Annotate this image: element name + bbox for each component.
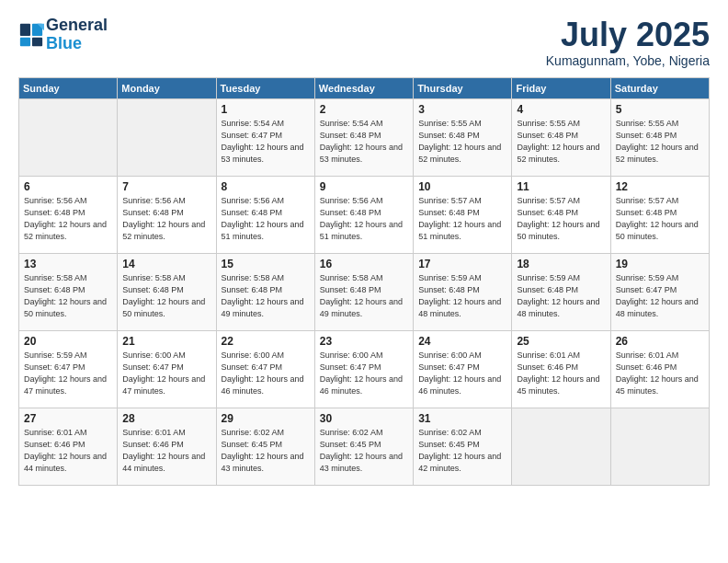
day-info: Sunrise: 6:00 AMSunset: 6:47 PMDaylight:… [320,350,408,397]
calendar-cell: 16 Sunrise: 5:58 AMSunset: 6:48 PMDaylig… [314,253,413,330]
calendar-cell: 31 Sunrise: 6:02 AMSunset: 6:45 PMDaylig… [414,408,512,485]
calendar-cell: 14 Sunrise: 5:58 AMSunset: 6:48 PMDaylig… [118,253,216,330]
day-number: 26 [616,335,704,348]
week-row-4: 20 Sunrise: 5:59 AMSunset: 6:47 PMDaylig… [19,330,710,408]
logo-blue: Blue [46,35,108,53]
day-number: 14 [122,258,210,270]
day-number: 24 [418,335,506,348]
day-info: Sunrise: 6:02 AMSunset: 6:45 PMDaylight:… [320,427,408,475]
calendar-cell: 27 Sunrise: 6:01 AMSunset: 6:46 PMDaylig… [19,408,118,485]
svg-rect-2 [20,38,30,46]
calendar-cell: 15 Sunrise: 5:58 AMSunset: 6:48 PMDaylig… [216,253,314,330]
week-row-3: 13 Sunrise: 5:58 AMSunset: 6:48 PMDaylig… [19,253,710,330]
day-number: 13 [24,258,112,270]
week-row-2: 6 Sunrise: 5:56 AMSunset: 6:48 PMDayligh… [19,176,710,253]
calendar-cell: 11 Sunrise: 5:57 AMSunset: 6:48 PMDaylig… [512,176,610,253]
calendar-cell: 17 Sunrise: 5:59 AMSunset: 6:48 PMDaylig… [414,253,512,330]
day-number: 6 [24,180,112,193]
day-info: Sunrise: 5:58 AMSunset: 6:48 PMDaylight:… [122,272,210,320]
day-info: Sunrise: 6:02 AMSunset: 6:45 PMDaylight:… [222,427,310,475]
title-block: July 2025 Kumagunnam, Yobe, Nigeria [546,17,710,68]
logo-icon [18,22,44,48]
calendar-cell: 10 Sunrise: 5:57 AMSunset: 6:48 PMDaylig… [414,176,512,253]
location-subtitle: Kumagunnam, Yobe, Nigeria [546,53,710,68]
day-info: Sunrise: 6:02 AMSunset: 6:45 PMDaylight:… [418,427,506,475]
calendar-cell: 2 Sunrise: 5:54 AMSunset: 6:48 PMDayligh… [314,98,413,176]
calendar-cell: 7 Sunrise: 5:56 AMSunset: 6:48 PMDayligh… [118,176,216,253]
header: General Blue July 2025 Kumagunnam, Yobe,… [18,17,710,68]
calendar-cell [118,98,216,176]
calendar-cell: 21 Sunrise: 6:00 AMSunset: 6:47 PMDaylig… [118,330,216,408]
weekday-header-row: SundayMondayTuesdayWednesdayThursdayFrid… [19,77,710,98]
day-info: Sunrise: 5:55 AMSunset: 6:48 PMDaylight:… [517,118,605,166]
week-row-1: 1 Sunrise: 5:54 AMSunset: 6:47 PMDayligh… [19,98,710,176]
day-number: 10 [418,180,506,193]
month-title: July 2025 [546,17,710,53]
day-number: 30 [320,412,408,425]
day-info: Sunrise: 5:59 AMSunset: 6:48 PMDaylight:… [418,272,506,320]
day-info: Sunrise: 5:59 AMSunset: 6:47 PMDaylight:… [616,272,704,320]
day-number: 18 [517,258,605,270]
svg-rect-0 [20,24,30,36]
calendar-cell: 5 Sunrise: 5:55 AMSunset: 6:48 PMDayligh… [610,98,709,176]
day-info: Sunrise: 6:01 AMSunset: 6:46 PMDaylight:… [122,427,210,475]
calendar-cell: 23 Sunrise: 6:00 AMSunset: 6:47 PMDaylig… [314,330,413,408]
calendar-cell: 24 Sunrise: 6:00 AMSunset: 6:47 PMDaylig… [414,330,512,408]
day-info: Sunrise: 5:57 AMSunset: 6:48 PMDaylight:… [517,195,605,243]
calendar-cell [512,408,610,485]
day-number: 1 [222,103,310,116]
day-number: 2 [320,103,408,116]
day-info: Sunrise: 5:59 AMSunset: 6:48 PMDaylight:… [517,272,605,320]
weekday-saturday: Saturday [610,77,709,98]
day-info: Sunrise: 6:01 AMSunset: 6:46 PMDaylight:… [517,350,605,397]
calendar-cell: 25 Sunrise: 6:01 AMSunset: 6:46 PMDaylig… [512,330,610,408]
logo-general: General [46,17,108,35]
calendar-cell [19,98,118,176]
day-number: 8 [222,180,310,193]
day-number: 25 [517,335,605,348]
day-info: Sunrise: 6:00 AMSunset: 6:47 PMDaylight:… [122,350,210,397]
day-info: Sunrise: 5:54 AMSunset: 6:47 PMDaylight:… [222,118,310,166]
calendar-cell: 12 Sunrise: 5:57 AMSunset: 6:48 PMDaylig… [610,176,709,253]
day-info: Sunrise: 5:56 AMSunset: 6:48 PMDaylight:… [122,195,210,243]
day-info: Sunrise: 5:57 AMSunset: 6:48 PMDaylight:… [418,195,506,243]
day-number: 23 [320,335,408,348]
calendar-cell: 30 Sunrise: 6:02 AMSunset: 6:45 PMDaylig… [314,408,413,485]
day-number: 3 [418,103,506,116]
day-number: 7 [122,180,210,193]
day-info: Sunrise: 6:01 AMSunset: 6:46 PMDaylight:… [616,350,704,397]
weekday-friday: Friday [512,77,610,98]
calendar-cell: 13 Sunrise: 5:58 AMSunset: 6:48 PMDaylig… [19,253,118,330]
day-info: Sunrise: 5:56 AMSunset: 6:48 PMDaylight:… [320,195,408,243]
calendar-cell: 8 Sunrise: 5:56 AMSunset: 6:48 PMDayligh… [216,176,314,253]
weekday-monday: Monday [118,77,216,98]
calendar-cell: 28 Sunrise: 6:01 AMSunset: 6:46 PMDaylig… [118,408,216,485]
day-info: Sunrise: 6:00 AMSunset: 6:47 PMDaylight:… [222,350,310,397]
calendar-cell: 19 Sunrise: 5:59 AMSunset: 6:47 PMDaylig… [610,253,709,330]
day-number: 5 [616,103,704,116]
calendar-cell: 20 Sunrise: 5:59 AMSunset: 6:47 PMDaylig… [19,330,118,408]
page: General Blue July 2025 Kumagunnam, Yobe,… [0,0,728,563]
week-row-5: 27 Sunrise: 6:01 AMSunset: 6:46 PMDaylig… [19,408,710,485]
weekday-thursday: Thursday [414,77,512,98]
day-info: Sunrise: 5:56 AMSunset: 6:48 PMDaylight:… [24,195,112,243]
day-info: Sunrise: 5:58 AMSunset: 6:48 PMDaylight:… [320,272,408,320]
day-info: Sunrise: 5:58 AMSunset: 6:48 PMDaylight:… [24,272,112,320]
calendar-cell: 6 Sunrise: 5:56 AMSunset: 6:48 PMDayligh… [19,176,118,253]
day-number: 4 [517,103,605,116]
day-info: Sunrise: 5:54 AMSunset: 6:48 PMDaylight:… [320,118,408,166]
day-info: Sunrise: 5:55 AMSunset: 6:48 PMDaylight:… [418,118,506,166]
day-number: 16 [320,258,408,270]
calendar-cell: 3 Sunrise: 5:55 AMSunset: 6:48 PMDayligh… [414,98,512,176]
day-number: 27 [24,412,112,425]
calendar-cell: 9 Sunrise: 5:56 AMSunset: 6:48 PMDayligh… [314,176,413,253]
calendar-table: SundayMondayTuesdayWednesdayThursdayFrid… [18,77,710,486]
day-info: Sunrise: 5:57 AMSunset: 6:48 PMDaylight:… [616,195,704,243]
svg-rect-3 [32,38,42,46]
calendar-cell: 1 Sunrise: 5:54 AMSunset: 6:47 PMDayligh… [216,98,314,176]
day-number: 21 [122,335,210,348]
day-info: Sunrise: 6:01 AMSunset: 6:46 PMDaylight:… [24,427,112,475]
day-number: 20 [24,335,112,348]
day-number: 17 [418,258,506,270]
day-info: Sunrise: 5:58 AMSunset: 6:48 PMDaylight:… [222,272,310,320]
